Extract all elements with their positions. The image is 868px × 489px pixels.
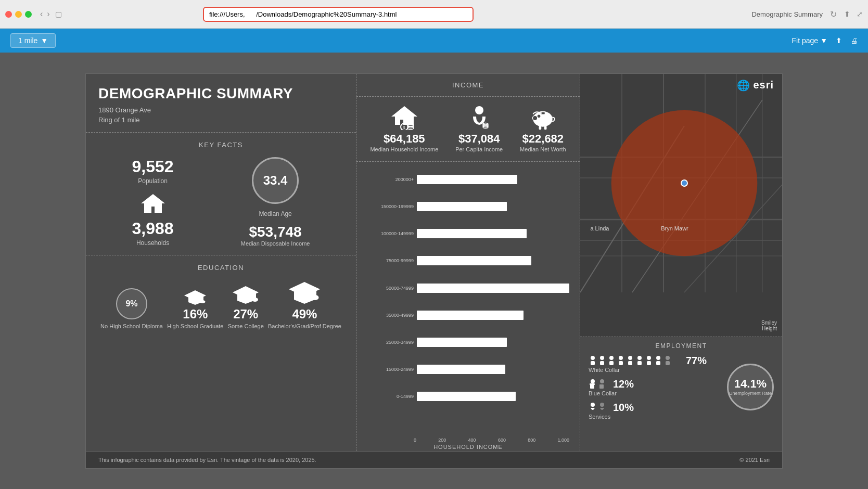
bar-fill bbox=[417, 175, 517, 184]
svg-rect-65 bbox=[590, 384, 594, 389]
income-title: INCOME bbox=[356, 74, 580, 97]
services-label: Services bbox=[589, 414, 721, 420]
svg-rect-57 bbox=[637, 361, 642, 365]
edu-hs-grad: 16% High School Graduate bbox=[167, 288, 223, 330]
app-toolbar: 1 mile ▼ Fit page ▼ ⬆ 🖨 bbox=[0, 29, 868, 53]
map-label-linda: a Linda bbox=[590, 225, 609, 231]
demo-title: DEMOGRAPHIC SUMMARY bbox=[98, 85, 343, 102]
svg-text:$: $ bbox=[403, 125, 405, 130]
blue-collar-row: 12% Blue Collar bbox=[589, 378, 721, 396]
emp-body: 77% White Collar bbox=[589, 355, 774, 420]
house-money-icon: $ bbox=[389, 105, 420, 130]
bar-row: 150000-199999 bbox=[367, 202, 569, 211]
population-stat: 9,552 Population bbox=[132, 157, 174, 185]
demo-ring: Ring of 1 mile bbox=[98, 116, 343, 124]
main-content: DEMOGRAPHIC SUMMARY 1890 Orange Ave Ring… bbox=[0, 53, 868, 489]
services-icons: 10% bbox=[589, 402, 634, 414]
key-facts-section: KEY FACTS 9,552 Population bbox=[86, 133, 356, 255]
map-label-smiley: SmileyHeight bbox=[761, 320, 777, 331]
no-hs-label: No High School Diploma bbox=[100, 323, 163, 330]
white-collar-icons: 77% bbox=[589, 355, 707, 367]
svg-point-48 bbox=[600, 356, 604, 360]
svg-point-56 bbox=[637, 356, 642, 360]
net-worth-label: Median Net Worth bbox=[520, 146, 566, 153]
map-label-bryn: Bryn Mawr bbox=[661, 225, 688, 231]
print-button[interactable]: 🖨 bbox=[850, 36, 858, 45]
bar-track bbox=[417, 311, 569, 320]
svg-rect-63 bbox=[666, 361, 670, 365]
fit-page-button[interactable]: Fit page ▼ bbox=[792, 36, 827, 45]
svg-marker-13 bbox=[391, 106, 417, 125]
svg-point-24 bbox=[538, 114, 541, 118]
share-button[interactable]: ⬆ bbox=[844, 10, 850, 18]
left-panel: DEMOGRAPHIC SUMMARY 1890 Orange Ave Ring… bbox=[86, 74, 356, 451]
piggy-bank-icon bbox=[528, 105, 557, 130]
blue-collar-pct: 12% bbox=[610, 378, 634, 390]
svg-rect-53 bbox=[619, 361, 623, 365]
reload-button[interactable]: ↻ bbox=[829, 9, 838, 19]
svg-rect-68 bbox=[599, 384, 604, 389]
net-worth-number: $22,682 bbox=[520, 132, 566, 146]
svg-rect-55 bbox=[628, 361, 632, 365]
white-collar-label: White Collar bbox=[589, 367, 721, 373]
maximize-button[interactable]: ⤢ bbox=[857, 10, 863, 18]
middle-panel: INCOME $ $64,18 bbox=[356, 74, 580, 451]
svg-rect-25 bbox=[539, 125, 542, 129]
svg-marker-0 bbox=[141, 194, 165, 213]
households-label: Households bbox=[132, 239, 174, 247]
bachelors-pct: 49% bbox=[292, 307, 317, 321]
graduation-cap-lg-icon bbox=[288, 280, 321, 307]
bar-label: 50000-74999 bbox=[367, 286, 414, 291]
education-title: EDUCATION bbox=[98, 264, 343, 272]
chart-title: HOUSEHOLD INCOME bbox=[356, 444, 580, 450]
per-capita-label: Per Capita Income bbox=[455, 146, 503, 153]
svg-point-64 bbox=[591, 379, 595, 383]
chevron-down-icon: ▼ bbox=[41, 36, 48, 45]
per-capita-number: $37,084 bbox=[455, 132, 503, 146]
download-button[interactable]: ⬆ bbox=[836, 36, 842, 45]
white-collar-icons-row: 77% bbox=[589, 355, 721, 367]
url-bar[interactable] bbox=[203, 7, 474, 22]
bar-fill bbox=[417, 256, 531, 265]
bar-label: 25000-34999 bbox=[367, 340, 414, 345]
per-capita-stat: $37,084 Per Capita Income bbox=[455, 105, 503, 153]
fit-page-label: Fit page bbox=[792, 36, 819, 45]
url-bar-container bbox=[203, 7, 474, 22]
close-button[interactable] bbox=[5, 11, 12, 18]
edu-no-hs: 9% No High School Diploma bbox=[100, 288, 163, 330]
right-panel: 🌐 esri bbox=[580, 74, 782, 451]
minimize-button[interactable] bbox=[15, 11, 22, 18]
browser-chrome: ‹ › ▢ Demographic Summary ↻ ⬆ ⤢ bbox=[0, 0, 868, 29]
right-panel-inner: 🌐 esri bbox=[580, 74, 782, 451]
blue-collar-people-icon bbox=[589, 378, 609, 390]
unemployment-circle: 14.1% Unemployment Rate bbox=[727, 364, 774, 410]
income-icons-row: $ $64,185 Median Household Income bbox=[356, 97, 580, 162]
employment-section: EMPLOYMENT bbox=[580, 337, 782, 451]
fullscreen-button[interactable] bbox=[25, 11, 32, 18]
graduation-cap-sm-icon bbox=[183, 288, 207, 307]
hs-grad-label: High School Graduate bbox=[167, 323, 223, 330]
ring-selector[interactable]: 1 mile ▼ bbox=[10, 33, 56, 48]
services-row: 10% Services bbox=[589, 402, 721, 420]
back-button[interactable]: ‹ bbox=[39, 9, 44, 19]
household-income-number: $64,185 bbox=[370, 132, 438, 146]
services-icons-row: 10% bbox=[589, 402, 721, 414]
svg-point-62 bbox=[666, 356, 670, 360]
bar-track bbox=[417, 284, 569, 293]
esri-text: esri bbox=[753, 79, 774, 91]
household-income-stat: $ $64,185 Median Household Income bbox=[370, 105, 438, 153]
svg-rect-61 bbox=[656, 361, 660, 365]
edu-bachelors: 49% Bachelor's/Grad/Prof Degree bbox=[268, 280, 341, 330]
bar-label: 150000-199999 bbox=[367, 204, 414, 209]
sidebar-toggle[interactable]: ▢ bbox=[55, 10, 62, 18]
bar-label: 75000-99999 bbox=[367, 258, 414, 263]
svg-rect-66 bbox=[590, 383, 595, 385]
population-label: Population bbox=[132, 177, 174, 185]
white-collar-people-icon bbox=[589, 355, 682, 366]
svg-point-52 bbox=[619, 356, 623, 360]
forward-button[interactable]: › bbox=[46, 9, 50, 19]
education-section: EDUCATION 9% No High School Diploma bbox=[86, 255, 356, 451]
svg-rect-51 bbox=[609, 361, 614, 365]
bar-row: 35000-49999 bbox=[367, 311, 569, 320]
key-facts-grid: 9,552 Population 3,988 Households bbox=[98, 157, 343, 247]
